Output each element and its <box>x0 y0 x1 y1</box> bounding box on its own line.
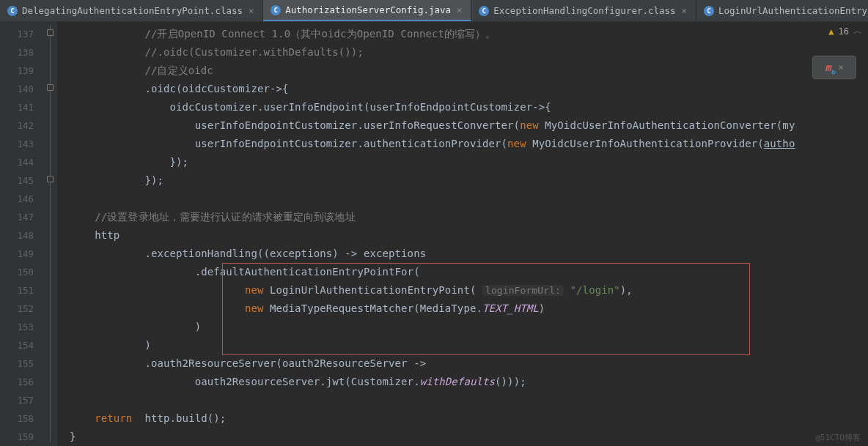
code-keyword: new <box>520 119 539 131</box>
line-number: 147 <box>0 208 44 226</box>
line-number: 151 <box>0 281 44 300</box>
line-number: 158 <box>0 409 44 428</box>
code-string: "/login" <box>564 284 620 296</box>
code-area[interactable]: //开启OpenID Connect 1.0（其中oidc为OpenID Con… <box>57 22 868 446</box>
left-marker-strip <box>0 44 2 446</box>
close-icon[interactable]: × <box>680 6 688 16</box>
fold-node-icon[interactable] <box>47 176 54 182</box>
line-number: 156 <box>0 373 44 391</box>
code-keyword: new <box>507 138 526 149</box>
line-number: 155 <box>0 354 44 373</box>
code-text: ) <box>539 302 545 314</box>
code-text: userInfoEndpointCustomizer.authenticatio… <box>195 138 507 149</box>
code-text: MyOidcUserInfoAuthenticationProvider( <box>526 138 764 149</box>
watermark-text: @51CTO博客 <box>815 432 861 443</box>
code-keyword: new <box>245 284 264 296</box>
line-number: 138 <box>0 43 44 62</box>
code-text: .oidc(oidcCustomizer->{ <box>144 83 288 94</box>
line-number: 149 <box>0 245 44 263</box>
code-text: oidcCustomizer.userInfoEndpoint(userInfo… <box>144 101 551 113</box>
line-number: 148 <box>0 226 44 245</box>
fold-column <box>44 22 57 446</box>
editor-tab-active[interactable]: C AuthorizationServerConfig.java × <box>263 0 471 21</box>
editor-tab-bar: C DelegatingAuthenticationEntryPoint.cla… <box>0 0 868 22</box>
close-icon[interactable]: × <box>247 6 255 16</box>
tab-label: ExceptionHandlingConfigurer.class <box>493 5 675 16</box>
line-number: 153 <box>0 318 44 336</box>
line-number: 146 <box>0 190 44 208</box>
line-number: 143 <box>0 135 44 153</box>
code-text: //自定义oidc <box>144 64 213 76</box>
code-text: MediaTypeRequestMatcher(MediaType. <box>263 302 482 314</box>
code-keyword: return <box>95 412 132 424</box>
code-text: .exceptionHandling((exceptions) -> excep… <box>144 248 426 259</box>
code-text: }); <box>170 156 189 168</box>
code-text: MyOidcUserInfoAuthenticationConverter(my <box>539 119 795 131</box>
close-icon[interactable]: × <box>455 5 463 15</box>
code-text: http.build(); <box>132 412 226 424</box>
code-text: userInfoEndpointCustomizer.userInfoReque… <box>195 119 521 131</box>
line-number: 140 <box>0 80 44 98</box>
java-class-icon: C <box>7 6 18 16</box>
code-text: LoginUrlAuthenticationEntryPoint( <box>263 284 476 296</box>
code-text: ())); <box>495 376 526 387</box>
editor-tab[interactable]: C DelegatingAuthenticationEntryPoint.cla… <box>0 0 263 21</box>
editor: 1371381391401411421431441451461471481491… <box>0 22 868 446</box>
code-constant: TEXT_HTML <box>482 302 539 314</box>
code-text: //.oidc(Customizer.withDefaults()); <box>144 46 364 58</box>
code-text: //开启OpenID Connect 1.0（其中oidc为OpenID Con… <box>144 28 496 40</box>
tab-label: LoginUrlAuthenticationEntryPoint.class <box>718 5 868 16</box>
line-number: 154 <box>0 336 44 354</box>
fold-node-icon[interactable] <box>47 29 54 36</box>
line-number: 152 <box>0 300 44 318</box>
editor-tab[interactable]: C LoginUrlAuthenticationEntryPoint.class <box>696 0 868 21</box>
tab-label: AuthorizationServerConfig.java <box>285 4 451 15</box>
code-text: oauth2ResourceServer.jwt(Customizer. <box>195 376 420 387</box>
line-number: 145 <box>0 171 44 190</box>
line-gutter: 1371381391401411421431441451461471481491… <box>0 22 44 446</box>
editor-tab[interactable]: C ExceptionHandlingConfigurer.class × <box>471 0 696 21</box>
line-number: 159 <box>0 428 44 446</box>
java-class-icon: C <box>479 6 489 16</box>
line-number: 144 <box>0 153 44 171</box>
fold-node-icon[interactable] <box>47 84 54 91</box>
code-method: withDefaults <box>420 376 495 387</box>
java-class-icon: C <box>271 5 281 15</box>
line-number: 137 <box>0 25 44 43</box>
line-number: 157 <box>0 391 44 409</box>
code-text: }); <box>144 174 163 186</box>
parameter-hint: loginFormUrl: <box>482 285 564 296</box>
code-text: .oauth2ResourceServer(oauth2ResourceServ… <box>144 357 426 369</box>
line-number: 139 <box>0 62 44 80</box>
code-keyword: new <box>245 302 264 314</box>
code-text: http <box>95 229 119 241</box>
line-number: 150 <box>0 263 44 281</box>
java-class-icon: C <box>704 6 714 16</box>
code-text: .defaultAuthenticationEntryPointFor( <box>195 266 420 278</box>
code-text: } <box>70 431 76 442</box>
tab-label: DelegatingAuthenticationEntryPoint.class <box>22 5 243 16</box>
code-text: autho <box>764 138 795 149</box>
line-number: 141 <box>0 98 44 116</box>
line-number: 142 <box>0 116 44 135</box>
code-text: ) <box>195 321 202 332</box>
code-text: ) <box>144 339 151 351</box>
code-text: //设置登录地址，需要进行认证的请求被重定向到该地址 <box>95 211 355 223</box>
code-text: ), <box>620 284 633 296</box>
